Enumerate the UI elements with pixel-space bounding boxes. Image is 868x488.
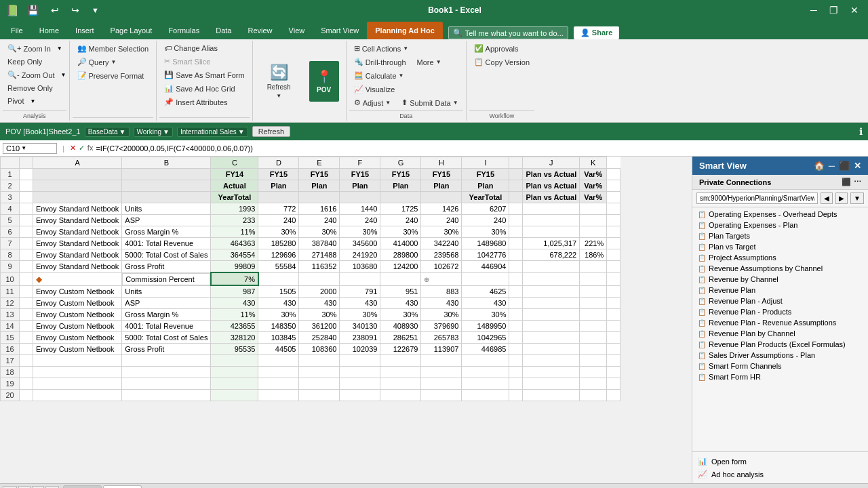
cell[interactable] [509,238,523,249]
cell[interactable] [580,355,607,367]
cell[interactable]: 6207 [462,203,509,215]
cell[interactable] [380,390,421,401]
cell[interactable] [509,378,523,390]
cell[interactable] [211,367,258,378]
cell[interactable]: 289800 [380,249,421,261]
insert-function-icon[interactable]: fx [87,144,94,152]
cell[interactable]: Plan vs Actual [523,169,580,180]
cell[interactable] [211,378,258,390]
save-button[interactable]: 💾 [23,3,43,17]
cell[interactable] [580,203,607,215]
cell[interactable] [258,192,299,203]
cell[interactable]: 30% [340,226,380,238]
cell[interactable]: ◆ [33,272,122,285]
cell[interactable] [421,192,462,203]
sv-dropdown[interactable]: ▼ [850,192,864,204]
cell[interactable]: ASP [122,298,211,309]
zoom-out-button[interactable]: 🔍- Zoom Out [3,68,60,81]
formula-input[interactable] [96,144,865,152]
cell[interactable]: 430 [462,298,509,309]
cell[interactable] [380,272,421,285]
cell[interactable] [580,367,607,378]
cell[interactable]: Plan vs Actual [523,192,580,203]
cell[interactable] [509,169,523,180]
cell[interactable] [122,355,211,367]
cell[interactable] [299,367,340,378]
sv-minimize-icon[interactable]: ─ [829,161,835,171]
cell[interactable] [33,355,122,367]
zoom-in-button[interactable]: 🔍+ Zoom In [3,42,56,55]
cell[interactable] [380,367,421,378]
cell-actions-button[interactable]: ⊞ Cell Actions ▼ [349,42,413,55]
sv-tree-item[interactable]: 📋Revenue Plan by Channel [692,328,868,339]
cell[interactable]: 772 [258,203,299,215]
cell[interactable]: 103845 [258,332,299,344]
cell[interactable]: ASP [122,215,211,226]
sv-adhoc-analysis[interactable]: 📈 Ad hoc analysis [698,468,863,481]
sv-nav-forward[interactable]: ▶ [835,192,848,204]
cell[interactable]: 5000: Total Cost of Sales [122,249,211,261]
cell[interactable]: 221% [580,238,607,249]
cell[interactable]: 240 [380,215,421,226]
col-header-h[interactable]: H [421,157,462,169]
cell[interactable]: FY15 [299,169,340,180]
cell[interactable]: 252840 [299,332,340,344]
cell[interactable] [122,390,211,401]
cell[interactable] [509,285,523,298]
cell[interactable]: 30% [380,309,421,321]
cell[interactable]: 430 [211,298,258,309]
cell[interactable]: 379690 [421,321,462,332]
cell[interactable]: 1725 [380,203,421,215]
insert-attributes-button[interactable]: 📌 Insert Attributes [159,96,232,108]
cell[interactable] [33,367,122,378]
cell[interactable]: 1,025,317 [523,238,580,249]
cell[interactable]: 364554 [211,249,258,261]
cell[interactable]: 30% [258,226,299,238]
cell[interactable] [509,332,523,344]
adjust-button[interactable]: ⚙ Adjust ▼ [349,96,396,109]
cell[interactable]: 185280 [258,238,299,249]
col-header-a2[interactable]: A [33,157,122,169]
tab-insert[interactable]: Insert [67,22,102,39]
cell[interactable] [122,192,211,203]
pov-refresh-button[interactable]: Refresh [252,126,291,137]
sv-tree-item[interactable]: 📋Operating Expenses - Plan [692,220,868,230]
cell-reference-box[interactable]: C10 ▼ [3,143,57,154]
cell[interactable] [580,332,607,344]
sheet-table-wrapper[interactable]: A B C D E F G H I J K 1FY14FY1 [0,157,692,483]
pov-working-dropdown[interactable]: Working ▼ [134,127,173,137]
cell[interactable]: 44505 [258,344,299,355]
tab-view[interactable]: View [281,22,313,39]
cell[interactable]: 30% [380,226,421,238]
calculate-button[interactable]: 🧮 Calculate ▼ [349,69,409,82]
save-adhoc-button[interactable]: 📊 Save Ad Hoc Grid [159,82,239,95]
cell[interactable]: Envoy Standard Netbook [33,226,122,238]
resize-handle[interactable]: ⊕ [424,276,429,283]
cell[interactable] [380,192,421,203]
sv-tree-item[interactable]: 📋Operating Expenses - Overhead Depts [692,209,868,220]
restore-button[interactable]: ❐ [825,3,842,17]
cell[interactable] [340,390,380,401]
cell[interactable] [509,249,523,261]
pov-button[interactable]: 📍 POV [309,61,339,102]
sheet-tab-1[interactable]: Sheet1 [63,485,102,489]
cell[interactable]: 240 [462,215,509,226]
col-header-d[interactable]: D [258,157,299,169]
sv-tree-item[interactable]: 📋Project Assumptions [692,252,868,263]
sv-tree-item[interactable]: 📋Plan vs Target [692,241,868,252]
cell[interactable]: 30% [258,309,299,321]
cell[interactable] [523,332,580,344]
cell[interactable]: FY15 [340,169,380,180]
cell[interactable] [509,355,523,367]
cell[interactable] [211,390,258,401]
cell[interactable]: 30% [299,226,340,238]
cell[interactable] [258,367,299,378]
tab-review[interactable]: Review [239,22,280,39]
change-alias-button[interactable]: 🏷 Change Alias [159,42,222,54]
tab-planningadhoc[interactable]: Planning Ad Hoc [367,22,443,39]
cell[interactable] [509,344,523,355]
cell[interactable]: Envoy Standard Netbook [33,203,122,215]
cell[interactable]: 328120 [211,332,258,344]
cell[interactable]: 286251 [380,332,421,344]
cell[interactable]: Gross Margin % [122,226,211,238]
